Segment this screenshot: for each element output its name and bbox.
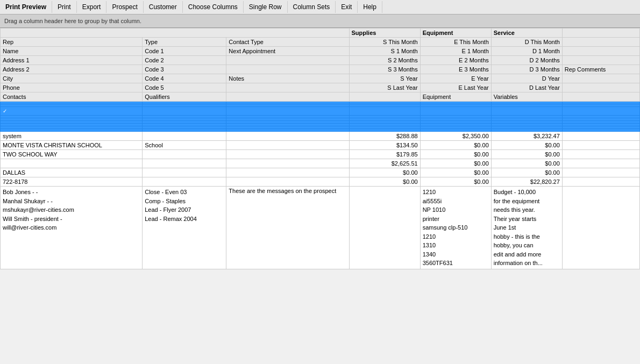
cell-service-detail: Budget - 10,000 for the equipment needs … xyxy=(491,187,562,269)
cell-city: DALLAS xyxy=(1,168,143,177)
col-slastyear[interactable]: S Last Year xyxy=(349,83,420,92)
col-code2[interactable]: Code 2 xyxy=(143,56,226,65)
col-e3months[interactable]: E 3 Months xyxy=(420,65,491,74)
col-d1month[interactable]: D 1 Month xyxy=(491,47,562,56)
table-row-company: MONTE VISTA CHRISTIAN SCHOOL School $134… xyxy=(1,141,640,150)
groupby-bar: Drag a column header here to group by th… xyxy=(0,15,640,28)
cell-supplies-phone: $0.00 xyxy=(349,177,420,187)
cell-equipment-system: $2,350.00 xyxy=(420,132,491,141)
cell-service-addr: $0.00 xyxy=(491,150,562,159)
menu-export[interactable]: Export xyxy=(77,1,107,13)
col-header-row5: City Code 4 Notes S Year E Year D Year xyxy=(1,74,640,83)
col-qualifiers[interactable]: Qualifiers xyxy=(143,92,226,102)
cell-contacts: Bob Jones - - Manhal Shukayr - - mshukay… xyxy=(1,187,143,269)
group-service: Service xyxy=(491,28,562,38)
cell-company-type: School xyxy=(143,141,226,150)
table-row-phone: 722-8178 $0.00 $0.00 $22,820.27 xyxy=(1,177,640,187)
menu-prospect[interactable]: Prospect xyxy=(106,1,143,13)
menu-customer[interactable]: Customer xyxy=(144,1,183,13)
group-supplies: Supplies xyxy=(349,28,420,38)
menu-print-preview[interactable]: Print Preview xyxy=(0,1,52,13)
col-addr1[interactable]: Address 1 xyxy=(1,56,143,65)
cell-service-city: $0.00 xyxy=(491,168,562,177)
col-addr2[interactable]: Address 2 xyxy=(1,65,143,74)
col-dyear[interactable]: D Year xyxy=(491,74,562,83)
cell-supplies-blank: $2,625.51 xyxy=(349,159,420,168)
col-d3months[interactable]: D 3 Months xyxy=(491,65,562,74)
col-variables[interactable]: Variables xyxy=(491,92,562,102)
col-s1month[interactable]: S 1 Month xyxy=(349,47,420,56)
col-name[interactable]: Name xyxy=(1,47,143,56)
col-header-row7: Contacts Qualifiers Equipment Variables xyxy=(1,92,640,102)
menu-choose-columns[interactable]: Choose Columns xyxy=(183,1,244,13)
cell-service-system: $3,232.47 xyxy=(491,132,562,141)
cell-equipment-addr: $0.00 xyxy=(420,150,491,159)
col-header-row1: Rep Type Contact Type S This Month E Thi… xyxy=(1,38,640,47)
col-dlastyear[interactable]: D Last Year xyxy=(491,83,562,92)
cell-service-phone: $22,820.27 xyxy=(491,177,562,187)
cell-system: system xyxy=(1,132,143,141)
cell-equipment-city: $0.00 xyxy=(420,168,491,177)
cell-equipment-detail: 1210 ai5555i NP 1010 printer samsung clp… xyxy=(420,187,491,269)
col-contacts[interactable]: Contacts xyxy=(1,92,143,102)
col-e1month[interactable]: E 1 Month xyxy=(420,47,491,56)
table-row-system: system $288.88 $2,350.00 $3,232.47 xyxy=(1,132,640,141)
col-city[interactable]: City xyxy=(1,74,143,83)
col-code5[interactable]: Code 5 xyxy=(143,83,226,92)
menu-print[interactable]: Print xyxy=(52,1,77,13)
col-elastyear[interactable]: E Last Year xyxy=(420,83,491,92)
col-contact-type[interactable]: Contact Type xyxy=(226,38,349,47)
cell-supplies-city: $0.00 xyxy=(349,168,420,177)
col-type[interactable]: Type xyxy=(143,38,226,47)
table-row-blank1: $2,625.51 $0.00 $0.00 xyxy=(1,159,640,168)
cell-phone: 722-8178 xyxy=(1,177,143,187)
menu-column-sets[interactable]: Column Sets xyxy=(288,1,336,13)
table-row-blue-3: ✓ xyxy=(1,107,640,116)
cell-company-name: MONTE VISTA CHRISTIAN SCHOOL xyxy=(1,141,143,150)
menubar: Print Preview Print Export Prospect Cust… xyxy=(0,0,640,15)
col-rep-comments[interactable]: Rep Comments xyxy=(562,65,639,74)
col-header-row3: Address 1 Code 2 S 2 Months E 2 Months D… xyxy=(1,56,640,65)
cell-street: TWO SCHOOL WAY xyxy=(1,150,143,159)
menu-help[interactable]: Help xyxy=(358,1,382,13)
col-header-row4: Address 2 Code 3 S 3 Months E 3 Months D… xyxy=(1,65,640,74)
menu-single-row[interactable]: Single Row xyxy=(244,1,288,13)
cell-qualifiers: Close - Even 03 Comp - Staples Lead - Fl… xyxy=(143,187,226,269)
col-next-appt[interactable]: Next Appointment xyxy=(226,47,349,56)
group-equipment: Equipment xyxy=(420,28,491,38)
cell-equipment-blank: $0.00 xyxy=(420,159,491,168)
cell-supplies-addr: $179.85 xyxy=(349,150,420,159)
cell-supplies-company: $134.50 xyxy=(349,141,420,150)
col-s3months[interactable]: S 3 Months xyxy=(349,65,420,74)
main-table-wrapper: Supplies Equipment Service Rep Type Cont… xyxy=(0,28,640,269)
col-phone[interactable]: Phone xyxy=(1,83,143,92)
col-equipment-sub[interactable]: Equipment xyxy=(420,92,491,102)
table-row-detail: Bob Jones - - Manhal Shukayr - - mshukay… xyxy=(1,187,640,269)
col-e-this-month[interactable]: E This Month xyxy=(420,38,491,47)
cell-equipment-company: $0.00 xyxy=(420,141,491,150)
table-row-city: DALLAS $0.00 $0.00 $0.00 xyxy=(1,168,640,177)
col-d2months[interactable]: D 2 Months xyxy=(491,56,562,65)
col-header-row2: Name Code 1 Next Appointment S 1 Month E… xyxy=(1,47,640,56)
col-code1[interactable]: Code 1 xyxy=(143,47,226,56)
cell-service-company: $0.00 xyxy=(491,141,562,150)
col-header-row6: Phone Code 5 S Last Year E Last Year D L… xyxy=(1,83,640,92)
cell-equipment-phone: $0.00 xyxy=(420,177,491,187)
col-notes[interactable]: Notes xyxy=(226,74,349,83)
cell-supplies-system: $288.88 xyxy=(349,132,420,141)
col-code3[interactable]: Code 3 xyxy=(143,65,226,74)
menu-exit[interactable]: Exit xyxy=(336,1,358,13)
col-d-this-month[interactable]: D This Month xyxy=(491,38,562,47)
col-s2months[interactable]: S 2 Months xyxy=(349,56,420,65)
col-eyear[interactable]: E Year xyxy=(420,74,491,83)
col-e2months[interactable]: E 2 Months xyxy=(420,56,491,65)
col-code4[interactable]: Code 4 xyxy=(143,74,226,83)
col-rep[interactable]: Rep xyxy=(1,38,143,47)
table-row-address: TWO SCHOOL WAY $179.85 $0.00 $0.00 xyxy=(1,150,640,159)
column-group-header-row: Supplies Equipment Service xyxy=(1,28,640,38)
col-s-this-month[interactable]: S This Month xyxy=(349,38,420,47)
cell-contact-type-detail: These are the messages on the prospect xyxy=(226,187,349,269)
cell-service-blank: $0.00 xyxy=(491,159,562,168)
col-syear[interactable]: S Year xyxy=(349,74,420,83)
